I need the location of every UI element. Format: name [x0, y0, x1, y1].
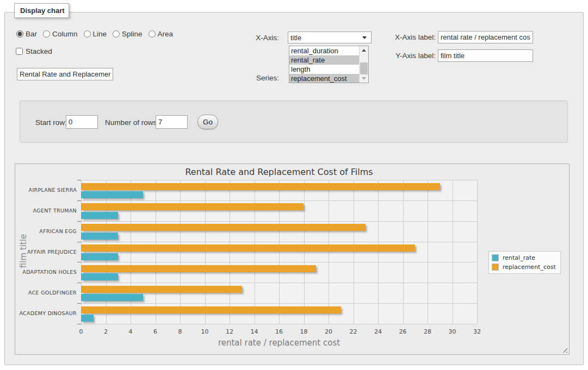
legend-label: rental_rate [503, 254, 535, 261]
radio-bar[interactable] [16, 30, 23, 37]
radio-bar-label: Bar [26, 30, 37, 38]
chart-legend: rental_ratereplacement_cost [488, 251, 561, 274]
gridline-vertical [378, 180, 379, 324]
page: Display chart Bar Column Line Spline Are… [0, 0, 588, 370]
gridline-vertical [477, 180, 478, 324]
chart-type-radio-group: Bar Column Line Spline Area [16, 30, 173, 38]
chart-type-option-spline[interactable]: Spline [113, 30, 143, 38]
gridline-vertical [205, 180, 206, 324]
chart-type-option-line[interactable]: Line [84, 30, 107, 38]
bar-rental_rate [81, 273, 118, 280]
y-axis-tick-mark [77, 180, 81, 180]
legend-label: replacement_cost [503, 264, 556, 271]
bar-replacement_cost [81, 265, 316, 272]
scroll-down-button[interactable] [360, 74, 368, 83]
gridline-vertical [230, 180, 230, 324]
gridline-vertical [156, 180, 156, 324]
x-tick-label: 28 [417, 328, 438, 335]
radio-line-label: Line [93, 30, 107, 38]
y-axis-tick-mark [77, 242, 81, 242]
x-tick-label: 6 [145, 328, 166, 335]
start-row-input[interactable] [66, 115, 98, 129]
gridline-horizontal [81, 180, 477, 180]
plot-area [81, 180, 477, 324]
series-option-replacement-cost[interactable]: replacement_cost [289, 74, 359, 83]
scroll-up-button[interactable] [360, 46, 368, 54]
x-tick-label: 30 [442, 328, 463, 335]
chart-title-input[interactable] [17, 68, 113, 80]
fieldset-legend: Display chart [14, 3, 69, 18]
legend-swatch [492, 254, 499, 261]
bar-replacement_cost [81, 224, 366, 231]
x-tick-label: 12 [219, 328, 240, 335]
x-tick-label: 16 [268, 328, 290, 335]
category-label: AFRICAN EGG [15, 228, 77, 234]
gridline-vertical [329, 180, 329, 324]
y-axis-label-input[interactable] [438, 49, 533, 62]
stacked-label: Stacked [26, 47, 52, 55]
x-tick-label: 24 [367, 328, 389, 335]
x-tick-label: 22 [343, 328, 364, 335]
go-button[interactable]: Go [197, 115, 218, 129]
gridline-horizontal [81, 324, 477, 324]
category-label: AGENT TRUMAN [15, 208, 77, 214]
x-tick-label: 18 [293, 328, 315, 335]
gridline-horizontal [81, 303, 477, 304]
listbox-scrollbar[interactable] [359, 46, 368, 83]
series-label-text: Series: [230, 74, 279, 82]
bar-replacement_cost [81, 286, 242, 293]
chart-x-axis-title: rental rate / replacement cost [81, 338, 477, 348]
y-axis-tick-mark [77, 283, 81, 283]
row-range-panel: Start row: Number of rows: Go [20, 101, 568, 143]
x-tick-label: 32 [466, 328, 488, 335]
y-axis-category-labels: AIRPLANE SIERRAAGENT TRUMANAFRICAN EGGAF… [15, 180, 77, 324]
category-label: ACE GOLDFINGER [15, 290, 77, 296]
gridline-vertical [453, 180, 453, 324]
gridline-vertical [403, 180, 404, 324]
gridline-horizontal [81, 262, 477, 262]
chart-type-option-column[interactable]: Column [43, 30, 78, 38]
x-axis-label-input[interactable] [438, 31, 533, 43]
bar-rental_rate [81, 315, 94, 322]
bar-rental_rate [81, 294, 143, 301]
radio-column-label: Column [52, 30, 78, 38]
stacked-checkbox-row: Stacked [16, 47, 52, 55]
category-label: ACADEMY DINOSAUR [15, 310, 77, 316]
radio-column[interactable] [43, 30, 50, 37]
chart-type-option-bar[interactable]: Bar [16, 30, 37, 38]
x-axis-tick-labels: 02468101214161820222426283032 [81, 328, 477, 336]
x-tick-label: 26 [392, 328, 414, 335]
y-axis-tick-mark [77, 200, 81, 201]
y-axis-tick-mark [77, 221, 81, 222]
start-row-label: Start row: [35, 118, 67, 127]
category-label: AIRPLANE SIERRA [15, 187, 77, 193]
radio-area[interactable] [148, 30, 156, 37]
x-tick-label: 8 [169, 328, 191, 335]
resize-handle-icon[interactable] [561, 347, 567, 353]
gridline-vertical [106, 180, 107, 324]
y-axis-tick-mark [77, 324, 81, 324]
bar-rental_rate [81, 233, 118, 240]
chart-type-option-area[interactable]: Area [148, 30, 174, 38]
stacked-checkbox[interactable] [16, 48, 23, 55]
gridline-horizontal [81, 283, 477, 283]
radio-spline[interactable] [113, 30, 120, 37]
radio-spline-label: Spline [122, 30, 143, 38]
chart-container: Rental Rate and Replacement Cost of Film… [15, 164, 570, 355]
bar-rental_rate [81, 212, 118, 219]
radio-line[interactable] [84, 30, 91, 37]
series-option-rental-rate[interactable]: rental_rate [289, 55, 359, 65]
legend-swatch [492, 264, 499, 271]
bar-replacement_cost [81, 306, 341, 313]
x-tick-label: 0 [70, 328, 92, 335]
series-option-rental-duration[interactable]: rental_duration [289, 46, 359, 55]
y-axis-tick-mark [77, 262, 81, 262]
number-of-rows-label: Number of rows: [105, 118, 159, 127]
series-listbox[interactable]: rental_duration rental_rate length repla… [289, 46, 369, 83]
x-axis-select[interactable]: title [288, 32, 372, 43]
y-axis-label-field-label: Y-Axis label: [387, 52, 436, 60]
gridline-vertical [255, 180, 255, 324]
radio-area-label: Area [158, 30, 174, 38]
number-of-rows-input[interactable] [156, 115, 188, 129]
series-option-length[interactable]: length [289, 65, 359, 74]
